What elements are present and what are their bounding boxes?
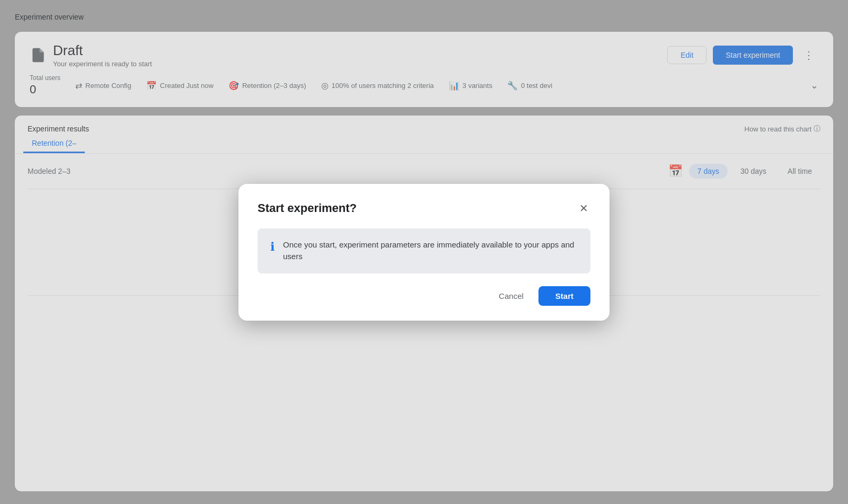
modal-close-button[interactable]: ✕ xyxy=(577,201,590,216)
modal-actions: Cancel Start xyxy=(258,286,590,306)
modal-info-text: Once you start, experiment parameters ar… xyxy=(283,239,578,263)
info-icon: ℹ xyxy=(270,240,275,254)
modal-title: Start experiment? xyxy=(258,201,357,215)
cancel-button[interactable]: Cancel xyxy=(488,286,534,306)
modal-overlay: Start experiment? ✕ ℹ Once you start, ex… xyxy=(0,0,848,504)
modal-header: Start experiment? ✕ xyxy=(258,201,590,216)
modal-info-box: ℹ Once you start, experiment parameters … xyxy=(258,228,590,273)
start-experiment-modal: Start experiment? ✕ ℹ Once you start, ex… xyxy=(238,184,610,321)
start-button[interactable]: Start xyxy=(538,286,590,306)
